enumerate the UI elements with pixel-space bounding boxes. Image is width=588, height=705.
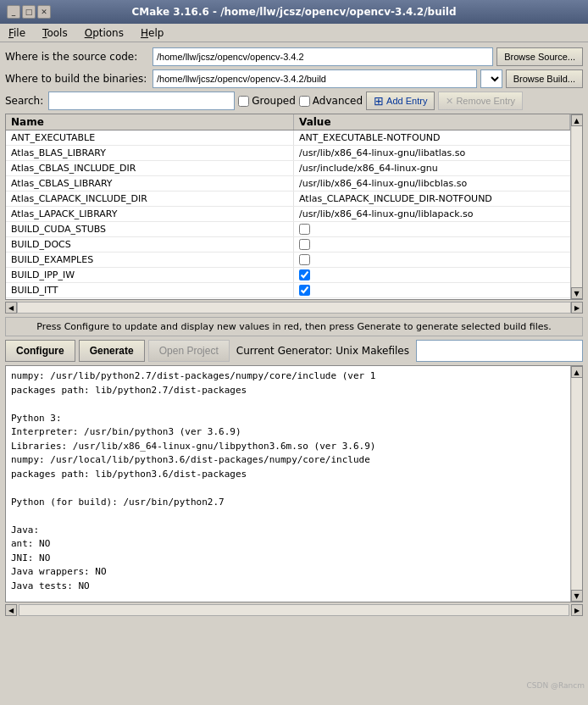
entry-value (294, 237, 570, 252)
entry-value (294, 283, 570, 297)
menu-options[interactable]: Options (80, 25, 129, 41)
open-project-button[interactable]: Open Project (148, 340, 230, 362)
remove-icon: ✕ (446, 96, 453, 107)
generate-button[interactable]: Generate (79, 340, 145, 362)
table-row[interactable]: BUILD_IPP_IW (6, 268, 570, 283)
entry-value (294, 268, 570, 282)
maximize-btn[interactable]: □ (22, 5, 36, 19)
status-bar: Press Configure to update and display ne… (5, 317, 583, 336)
scroll-track[interactable] (572, 126, 582, 287)
source-row: Where is the source code: Browse Source.… (5, 47, 583, 66)
configure-button[interactable]: Configure (5, 340, 75, 362)
browse-build-button[interactable]: Browse Build... (506, 69, 583, 88)
log-hscroll-track[interactable] (19, 604, 569, 616)
build-input[interactable] (153, 69, 477, 88)
log-line: Python (for build): /usr/bin/python2.7 (11, 496, 565, 510)
log-hscroll-left-btn[interactable]: ◀ (5, 604, 17, 616)
advanced-label: Advanced (313, 95, 363, 107)
add-entry-button[interactable]: ⊞ Add Entry (366, 92, 435, 110)
entry-value: /usr/lib/x86_64-linux-gnu/liblapack.so (294, 207, 570, 221)
titlebar: _ □ ✕ CMake 3.16.6 - /home/llw/jcsz/open… (0, 0, 588, 24)
log-hscroll-right-btn[interactable]: ▶ (571, 604, 583, 616)
toolbar-row: Search: Grouped Advanced ⊞ Add Entry ✕ R… (5, 92, 583, 110)
add-entry-label: Add Entry (386, 96, 427, 106)
browse-source-button[interactable]: Browse Source... (496, 47, 583, 66)
hscroll-left-btn[interactable]: ◀ (5, 302, 17, 314)
log-line: packages path: lib/python3.6/dist-packag… (11, 468, 565, 482)
log-line: Interpreter: /usr/bin/python3 (ver 3.6.9… (11, 425, 565, 440)
entry-value: ANT_EXECUTABLE-NOTFOUND (294, 130, 570, 145)
minimize-btn[interactable]: _ (7, 5, 20, 19)
grouped-label: Grouped (252, 95, 296, 107)
entry-name: BUILD_CUDA_STUBS (6, 222, 294, 236)
grouped-checkbox-label[interactable]: Grouped (238, 95, 296, 107)
generator-input[interactable] (416, 340, 583, 362)
log-line: Python 3: (11, 412, 565, 426)
entry-value (294, 222, 570, 236)
output-log[interactable]: numpy: /usr/lib/python2.7/dist-packages/… (6, 366, 570, 602)
remove-entry-button[interactable]: ✕ Remove Entry (438, 92, 523, 110)
entry-name: Atlas_LAPACK_LIBRARY (6, 207, 294, 221)
table-row[interactable]: BUILD_ITT (6, 283, 570, 298)
close-btn[interactable]: ✕ (37, 5, 51, 19)
log-line: packages path: lib/python2.7/dist-packag… (11, 384, 565, 398)
remove-entry-label: Remove Entry (456, 96, 515, 106)
log-line (11, 509, 565, 524)
search-input[interactable] (48, 92, 235, 110)
advanced-checkbox[interactable] (299, 96, 310, 107)
entry-name: BUILD_EXAMPLES (6, 253, 294, 267)
table-row[interactable]: Atlas_BLAS_LIBRARY/usr/lib/x86_64-linux-… (6, 146, 570, 161)
entry-name: Atlas_CLAPACK_INCLUDE_DIR (6, 192, 294, 206)
log-scroll-down-btn[interactable]: ▼ (571, 590, 583, 602)
entry-checkbox[interactable] (299, 224, 310, 235)
current-generator-label: Current Generator: Unix Makefiles (233, 345, 413, 357)
entry-checkbox[interactable] (299, 269, 310, 280)
log-line (11, 593, 565, 602)
menu-file[interactable]: File (3, 25, 31, 41)
log-scroll-track[interactable] (572, 378, 582, 590)
window-title: CMake 3.16.6 - /home/llw/jcsz/opencv/ope… (58, 6, 530, 18)
status-message: Press Configure to update and display ne… (36, 321, 552, 332)
scroll-up-btn[interactable]: ▲ (571, 114, 583, 126)
build-row: Where to build the binaries: Browse Buil… (5, 69, 583, 88)
table-row[interactable]: Atlas_CBLAS_LIBRARY/usr/lib/x86_64-linux… (6, 176, 570, 192)
log-scroll-up-btn[interactable]: ▲ (571, 366, 583, 378)
table-row[interactable]: Atlas_CLAPACK_INCLUDE_DIRAtlas_CLAPACK_I… (6, 192, 570, 207)
table-row[interactable]: BUILD_DOCS (6, 237, 570, 253)
entry-name: Atlas_BLAS_LIBRARY (6, 146, 294, 160)
menu-help[interactable]: Help (136, 25, 169, 41)
hscroll-right-btn[interactable]: ▶ (571, 302, 583, 314)
log-line: Libraries: /usr/lib/x86_64-linux-gnu/lib… (11, 440, 565, 454)
hscroll-track[interactable] (17, 302, 571, 314)
entry-value: /usr/include/x86_64-linux-gnu (294, 161, 570, 175)
menubar: File Tools Options Help (0, 24, 588, 42)
table-body: ANT_EXECUTABLEANT_EXECUTABLE-NOTFOUNDAtl… (6, 130, 570, 298)
table-row[interactable]: ANT_EXECUTABLEANT_EXECUTABLE-NOTFOUND (6, 130, 570, 146)
entry-name: BUILD_ITT (6, 283, 294, 297)
log-line: numpy: /usr/lib/python2.7/dist-packages/… (11, 369, 565, 384)
table-row[interactable]: Atlas_CBLAS_INCLUDE_DIR/usr/include/x86_… (6, 161, 570, 176)
build-path-dropdown[interactable] (480, 69, 502, 88)
table-header: Name Value (6, 114, 570, 130)
search-label: Search: (5, 95, 43, 107)
log-scrollbar-v[interactable]: ▲ ▼ (570, 366, 582, 602)
log-line: numpy: /usr/local/lib/python3.6/dist-pac… (11, 453, 565, 468)
source-input[interactable] (153, 47, 493, 66)
table-row[interactable]: Atlas_LAPACK_LIBRARY/usr/lib/x86_64-linu… (6, 207, 570, 222)
main-content: Where is the source code: Browse Source.… (0, 42, 588, 621)
advanced-checkbox-label[interactable]: Advanced (299, 95, 363, 107)
entry-name: Atlas_CBLAS_INCLUDE_DIR (6, 161, 294, 175)
entry-value: /usr/lib/x86_64-linux-gnu/libatlas.so (294, 146, 570, 160)
log-line (11, 397, 565, 412)
entry-checkbox[interactable] (299, 239, 310, 250)
name-column-header: Name (6, 114, 294, 130)
grouped-checkbox[interactable] (238, 96, 249, 107)
menu-tools[interactable]: Tools (37, 25, 73, 41)
table-row[interactable]: BUILD_CUDA_STUBS (6, 222, 570, 237)
scroll-down-btn[interactable]: ▼ (571, 287, 583, 299)
table-scrollbar-v[interactable]: ▲ ▼ (570, 114, 582, 299)
entry-checkbox[interactable] (299, 254, 310, 265)
entry-checkbox[interactable] (299, 285, 310, 296)
entry-name: BUILD_DOCS (6, 237, 294, 252)
table-row[interactable]: BUILD_EXAMPLES (6, 253, 570, 268)
